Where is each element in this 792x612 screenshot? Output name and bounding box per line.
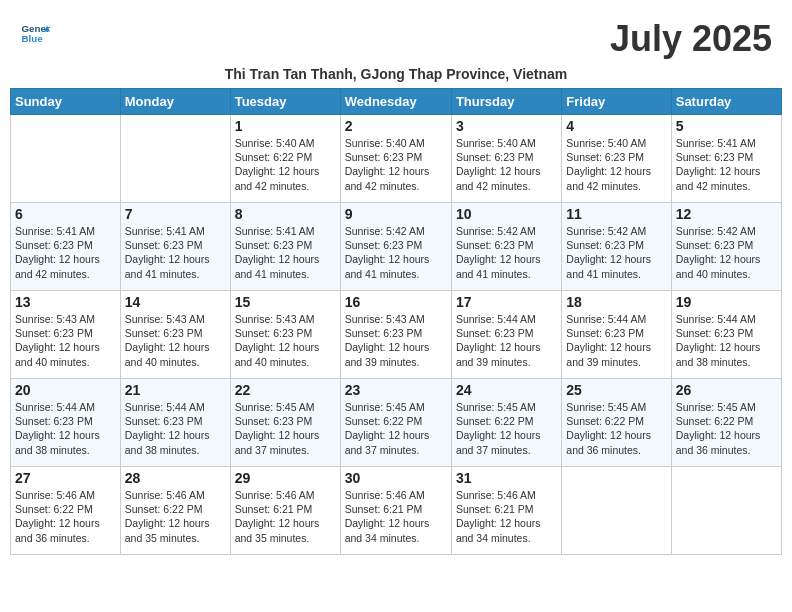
- header-cell-saturday: Saturday: [671, 89, 781, 115]
- day-info: Sunrise: 5:44 AM Sunset: 6:23 PM Dayligh…: [676, 312, 777, 369]
- day-cell: 30Sunrise: 5:46 AM Sunset: 6:21 PM Dayli…: [340, 467, 451, 555]
- day-number: 17: [456, 294, 557, 310]
- day-number: 1: [235, 118, 336, 134]
- day-cell: 12Sunrise: 5:42 AM Sunset: 6:23 PM Dayli…: [671, 203, 781, 291]
- day-cell: 3Sunrise: 5:40 AM Sunset: 6:23 PM Daylig…: [451, 115, 561, 203]
- day-info: Sunrise: 5:41 AM Sunset: 6:23 PM Dayligh…: [15, 224, 116, 281]
- day-cell: [120, 115, 230, 203]
- day-info: Sunrise: 5:40 AM Sunset: 6:23 PM Dayligh…: [456, 136, 557, 193]
- day-info: Sunrise: 5:43 AM Sunset: 6:23 PM Dayligh…: [125, 312, 226, 369]
- day-info: Sunrise: 5:40 AM Sunset: 6:23 PM Dayligh…: [345, 136, 447, 193]
- day-number: 24: [456, 382, 557, 398]
- day-cell: 5Sunrise: 5:41 AM Sunset: 6:23 PM Daylig…: [671, 115, 781, 203]
- day-cell: 14Sunrise: 5:43 AM Sunset: 6:23 PM Dayli…: [120, 291, 230, 379]
- day-cell: 16Sunrise: 5:43 AM Sunset: 6:23 PM Dayli…: [340, 291, 451, 379]
- day-number: 8: [235, 206, 336, 222]
- day-number: 14: [125, 294, 226, 310]
- day-cell: 4Sunrise: 5:40 AM Sunset: 6:23 PM Daylig…: [562, 115, 671, 203]
- svg-text:Blue: Blue: [22, 33, 44, 44]
- day-number: 26: [676, 382, 777, 398]
- day-info: Sunrise: 5:42 AM Sunset: 6:23 PM Dayligh…: [566, 224, 666, 281]
- header-cell-monday: Monday: [120, 89, 230, 115]
- day-cell: 21Sunrise: 5:44 AM Sunset: 6:23 PM Dayli…: [120, 379, 230, 467]
- week-row-3: 13Sunrise: 5:43 AM Sunset: 6:23 PM Dayli…: [11, 291, 782, 379]
- day-info: Sunrise: 5:42 AM Sunset: 6:23 PM Dayligh…: [345, 224, 447, 281]
- day-info: Sunrise: 5:40 AM Sunset: 6:22 PM Dayligh…: [235, 136, 336, 193]
- day-cell: 6Sunrise: 5:41 AM Sunset: 6:23 PM Daylig…: [11, 203, 121, 291]
- week-row-2: 6Sunrise: 5:41 AM Sunset: 6:23 PM Daylig…: [11, 203, 782, 291]
- week-row-1: 1Sunrise: 5:40 AM Sunset: 6:22 PM Daylig…: [11, 115, 782, 203]
- day-info: Sunrise: 5:41 AM Sunset: 6:23 PM Dayligh…: [235, 224, 336, 281]
- day-number: 5: [676, 118, 777, 134]
- day-number: 9: [345, 206, 447, 222]
- day-info: Sunrise: 5:45 AM Sunset: 6:22 PM Dayligh…: [345, 400, 447, 457]
- calendar-table: SundayMondayTuesdayWednesdayThursdayFrid…: [10, 88, 782, 555]
- calendar-header-row: SundayMondayTuesdayWednesdayThursdayFrid…: [11, 89, 782, 115]
- day-number: 28: [125, 470, 226, 486]
- day-number: 4: [566, 118, 666, 134]
- svg-text:General: General: [22, 23, 51, 34]
- day-number: 27: [15, 470, 116, 486]
- day-cell: 29Sunrise: 5:46 AM Sunset: 6:21 PM Dayli…: [230, 467, 340, 555]
- day-info: Sunrise: 5:46 AM Sunset: 6:22 PM Dayligh…: [15, 488, 116, 545]
- day-cell: 19Sunrise: 5:44 AM Sunset: 6:23 PM Dayli…: [671, 291, 781, 379]
- week-row-4: 20Sunrise: 5:44 AM Sunset: 6:23 PM Dayli…: [11, 379, 782, 467]
- calendar-body: 1Sunrise: 5:40 AM Sunset: 6:22 PM Daylig…: [11, 115, 782, 555]
- day-cell: 24Sunrise: 5:45 AM Sunset: 6:22 PM Dayli…: [451, 379, 561, 467]
- week-row-5: 27Sunrise: 5:46 AM Sunset: 6:22 PM Dayli…: [11, 467, 782, 555]
- day-cell: [562, 467, 671, 555]
- day-number: 31: [456, 470, 557, 486]
- day-info: Sunrise: 5:45 AM Sunset: 6:22 PM Dayligh…: [456, 400, 557, 457]
- day-cell: 31Sunrise: 5:46 AM Sunset: 6:21 PM Dayli…: [451, 467, 561, 555]
- day-cell: 20Sunrise: 5:44 AM Sunset: 6:23 PM Dayli…: [11, 379, 121, 467]
- day-number: 13: [15, 294, 116, 310]
- day-cell: 25Sunrise: 5:45 AM Sunset: 6:22 PM Dayli…: [562, 379, 671, 467]
- day-cell: 11Sunrise: 5:42 AM Sunset: 6:23 PM Dayli…: [562, 203, 671, 291]
- day-info: Sunrise: 5:43 AM Sunset: 6:23 PM Dayligh…: [345, 312, 447, 369]
- day-cell: 23Sunrise: 5:45 AM Sunset: 6:22 PM Dayli…: [340, 379, 451, 467]
- day-cell: [11, 115, 121, 203]
- header-cell-tuesday: Tuesday: [230, 89, 340, 115]
- header-cell-sunday: Sunday: [11, 89, 121, 115]
- subtitle: Thi Tran Tan Thanh, GJong Thap Province,…: [10, 66, 782, 82]
- day-info: Sunrise: 5:43 AM Sunset: 6:23 PM Dayligh…: [235, 312, 336, 369]
- day-number: 19: [676, 294, 777, 310]
- day-cell: 8Sunrise: 5:41 AM Sunset: 6:23 PM Daylig…: [230, 203, 340, 291]
- day-number: 10: [456, 206, 557, 222]
- day-cell: [671, 467, 781, 555]
- day-number: 12: [676, 206, 777, 222]
- day-cell: 13Sunrise: 5:43 AM Sunset: 6:23 PM Dayli…: [11, 291, 121, 379]
- day-info: Sunrise: 5:45 AM Sunset: 6:22 PM Dayligh…: [676, 400, 777, 457]
- logo-icon: General Blue: [20, 18, 50, 48]
- day-info: Sunrise: 5:42 AM Sunset: 6:23 PM Dayligh…: [676, 224, 777, 281]
- day-number: 20: [15, 382, 116, 398]
- day-cell: 27Sunrise: 5:46 AM Sunset: 6:22 PM Dayli…: [11, 467, 121, 555]
- day-number: 21: [125, 382, 226, 398]
- day-info: Sunrise: 5:41 AM Sunset: 6:23 PM Dayligh…: [125, 224, 226, 281]
- day-info: Sunrise: 5:42 AM Sunset: 6:23 PM Dayligh…: [456, 224, 557, 281]
- day-cell: 7Sunrise: 5:41 AM Sunset: 6:23 PM Daylig…: [120, 203, 230, 291]
- day-number: 29: [235, 470, 336, 486]
- day-cell: 28Sunrise: 5:46 AM Sunset: 6:22 PM Dayli…: [120, 467, 230, 555]
- day-info: Sunrise: 5:44 AM Sunset: 6:23 PM Dayligh…: [125, 400, 226, 457]
- day-cell: 1Sunrise: 5:40 AM Sunset: 6:22 PM Daylig…: [230, 115, 340, 203]
- day-info: Sunrise: 5:46 AM Sunset: 6:21 PM Dayligh…: [456, 488, 557, 545]
- day-number: 16: [345, 294, 447, 310]
- day-number: 23: [345, 382, 447, 398]
- day-number: 18: [566, 294, 666, 310]
- month-title: July 2025: [610, 18, 772, 60]
- day-number: 30: [345, 470, 447, 486]
- header-cell-friday: Friday: [562, 89, 671, 115]
- day-cell: 15Sunrise: 5:43 AM Sunset: 6:23 PM Dayli…: [230, 291, 340, 379]
- day-number: 11: [566, 206, 666, 222]
- day-number: 2: [345, 118, 447, 134]
- day-number: 25: [566, 382, 666, 398]
- day-info: Sunrise: 5:44 AM Sunset: 6:23 PM Dayligh…: [456, 312, 557, 369]
- day-info: Sunrise: 5:46 AM Sunset: 6:21 PM Dayligh…: [345, 488, 447, 545]
- day-info: Sunrise: 5:43 AM Sunset: 6:23 PM Dayligh…: [15, 312, 116, 369]
- day-number: 15: [235, 294, 336, 310]
- day-info: Sunrise: 5:41 AM Sunset: 6:23 PM Dayligh…: [676, 136, 777, 193]
- day-info: Sunrise: 5:46 AM Sunset: 6:21 PM Dayligh…: [235, 488, 336, 545]
- day-number: 3: [456, 118, 557, 134]
- header: General Blue July 2025: [10, 10, 782, 64]
